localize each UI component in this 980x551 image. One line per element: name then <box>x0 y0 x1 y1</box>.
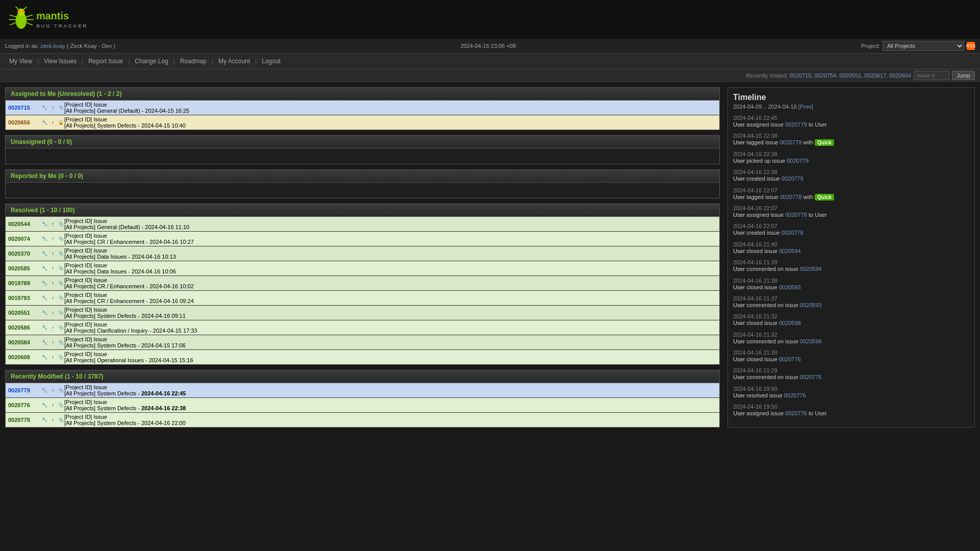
issue-number-input[interactable] <box>914 71 949 80</box>
wrench-icon: 🔧 <box>41 387 48 394</box>
timeline-issue-link[interactable]: 0020594 <box>779 248 801 254</box>
attachment-icon: 📎 <box>57 402 64 409</box>
issue-id-link[interactable]: 0020544 <box>8 221 30 227</box>
timeline-issue-link[interactable]: 0020779 <box>782 176 803 182</box>
timeline-time: 2024-04-16 19:50 <box>733 404 969 410</box>
timeline-issue-link[interactable]: 0020778 <box>785 212 807 218</box>
table-row: 0020586 🔧↑📎 [Project ID] Issue[All Proje… <box>6 320 719 335</box>
issue-id-link[interactable]: 0020586 <box>8 324 30 331</box>
nav-report-issue[interactable]: Report Issue <box>84 56 127 66</box>
timeline-entry: 2024-04-16 21:38 User closed issue 00205… <box>733 278 969 291</box>
timeline-time: 2024-04-16 21:29 <box>733 367 969 373</box>
timeline-issue-link[interactable]: 0020779 <box>785 121 807 128</box>
timeline-issue-link[interactable]: 0020776 <box>784 392 806 398</box>
rss-icon[interactable]: RSS <box>967 42 975 50</box>
timeline-entry: 2024-04-16 22:07 User tagged issue 00207… <box>733 187 969 201</box>
issue-id-link[interactable]: 0020779 <box>8 387 30 393</box>
rv-link-4[interactable]: 0020617 <box>864 72 886 79</box>
username-link[interactable]: zeck.koay <box>40 43 65 49</box>
table-row: 0020778 🔧↑📎 [Project ID] Issue [All Proj… <box>6 413 719 427</box>
timeline-entry: 2024-04-16 22:07 User assigned issue 002… <box>733 205 969 219</box>
timeline-issue-link[interactable]: 0020594 <box>800 266 822 272</box>
nav-view-issues[interactable]: View Issues <box>40 56 81 66</box>
timeline-prev-link[interactable]: [Prev] <box>798 104 813 110</box>
timeline-time: 2024-04-16 22:07 <box>733 223 969 229</box>
priority-icon: ↑ <box>49 402 57 409</box>
issue-id-link[interactable]: 0019793 <box>8 295 30 301</box>
nav-roadmap[interactable]: Roadmap <box>176 56 211 66</box>
issue-id-link[interactable]: 0020551 <box>8 310 30 316</box>
nav-logout[interactable]: Logout <box>258 56 285 66</box>
timeline-issue-link[interactable]: 0020598 <box>800 338 822 344</box>
timeline-issue-link[interactable]: 0020778 <box>780 194 802 200</box>
table-row: 0020776 🔧↑📎 [Project ID] Issue [All Proj… <box>6 398 719 413</box>
timeline-entry: 2024-04-16 22:38 User tagged issue 00207… <box>733 133 969 146</box>
topbar: Logged in as: zeck.koay ( Zeck Koay - De… <box>0 39 980 54</box>
rv-link-1[interactable]: 0020715 <box>789 72 811 79</box>
rv-link-3[interactable]: 0020551 <box>839 72 861 79</box>
unassigned-title-link[interactable]: Unassigned <box>11 138 45 145</box>
timeline-action: User closed issue 0020593 <box>733 284 969 291</box>
timeline-issue-link[interactable]: 0020598 <box>779 320 801 326</box>
issue-id-link[interactable]: 0020584 <box>8 339 30 345</box>
reported-content <box>5 182 720 198</box>
issue-id-link[interactable]: 0020776 <box>8 402 30 408</box>
recently-modified-title-link[interactable]: Recently Modified <box>11 373 63 380</box>
rv-link-5[interactable]: 0020604 <box>889 72 911 79</box>
nav-change-log[interactable]: Change Log <box>131 56 172 66</box>
issue-id-link[interactable]: 0020585 <box>8 265 30 271</box>
unassigned-count: (0 - 0 / 0) <box>47 138 72 145</box>
jump-button[interactable]: Jump <box>952 71 975 80</box>
issue-id-link[interactable]: 0020778 <box>8 417 30 423</box>
timeline-time: 2024-04-16 21:40 <box>733 241 969 247</box>
right-panel: Timeline 2024-04-09 .. 2024-04-16 [Prev]… <box>720 87 975 433</box>
reported-title-link[interactable]: Reported by Me <box>11 172 57 180</box>
issue-id-link[interactable]: 0019789 <box>8 280 30 286</box>
assigned-title-link[interactable]: Assigned to Me (Unresolved) <box>11 90 95 97</box>
issue-id-link[interactable]: 0020715 <box>8 105 30 111</box>
timeline-action: User commented on issue 0020593 <box>733 302 969 309</box>
priority-icon: ↑ <box>49 354 57 361</box>
wrench-icon: 🔧 <box>41 280 48 287</box>
timeline-entry: 2024-04-16 21:39 User commented on issue… <box>733 259 969 273</box>
timeline-issue-link[interactable]: 0020776 <box>800 374 822 380</box>
wrench-icon: 🔧 <box>41 402 48 409</box>
nav-my-view[interactable]: My View <box>5 56 36 66</box>
svg-line-4 <box>16 7 19 10</box>
timeline-issue-link[interactable]: 0020778 <box>782 230 803 236</box>
timeline-issue-link[interactable]: 0020776 <box>779 356 801 362</box>
timeline-issue-link[interactable]: 0020779 <box>787 158 809 164</box>
unassigned-content <box>5 148 720 164</box>
issue-id-link[interactable]: 0020656 <box>8 119 30 126</box>
timeline-issue-link[interactable]: 0020593 <box>779 284 801 290</box>
assigned-header: Assigned to Me (Unresolved) (1 - 2 / 2) <box>5 87 720 100</box>
issue-bar: Recently Visited: 0020715, 0020754, 0020… <box>0 69 980 82</box>
rv-link-2[interactable]: 0020754 <box>814 72 836 79</box>
timeline-issue-link[interactable]: 0020776 <box>785 410 807 416</box>
resolved-title-link[interactable]: Resolved <box>11 207 38 214</box>
recently-visited-label: Recently Visited: <box>746 72 790 79</box>
svg-point-3 <box>21 10 24 13</box>
timeline-action: User picked up issue 0020779 <box>733 157 969 165</box>
priority-icon: ↑ <box>49 119 57 126</box>
issue-id-link[interactable]: 0020074 <box>8 236 30 242</box>
timeline-panel: Timeline 2024-04-09 .. 2024-04-16 [Prev]… <box>727 87 975 428</box>
resolved-content: 0020544 🔧↑📎 [Project ID] Issue[All Proje… <box>5 216 720 365</box>
logo-area: mantis BUG TRACKER <box>5 4 97 35</box>
issue-id-link[interactable]: 0020370 <box>8 251 30 257</box>
timeline-action: User assigned issue 0020778 to User <box>733 211 969 219</box>
reported-header: Reported by Me (0 - 0 / 0) <box>5 169 720 182</box>
timeline-action: User commented on issue 0020598 <box>733 338 969 345</box>
timeline-entry: 2024-04-16 21:29 User commented on issue… <box>733 367 969 381</box>
nav-my-account[interactable]: My Account <box>214 56 254 66</box>
project-dropdown[interactable]: All Projects <box>883 41 964 51</box>
issue-id-link[interactable]: 0020608 <box>8 354 30 360</box>
table-row: 0019793 🔧↑📎 [Project ID] Issue[All Proje… <box>6 291 719 306</box>
wrench-icon: 🔧 <box>41 309 48 316</box>
timeline-issue-link[interactable]: 0020593 <box>800 302 822 308</box>
issue-details: [Project ID] Issue [All Projects] Genera… <box>64 102 717 114</box>
svg-line-11 <box>26 22 33 25</box>
timeline-issue-link[interactable]: 0020779 <box>780 139 802 145</box>
attachment-icon: 📎 <box>57 416 64 423</box>
priority-icon: ↑ <box>49 294 57 302</box>
